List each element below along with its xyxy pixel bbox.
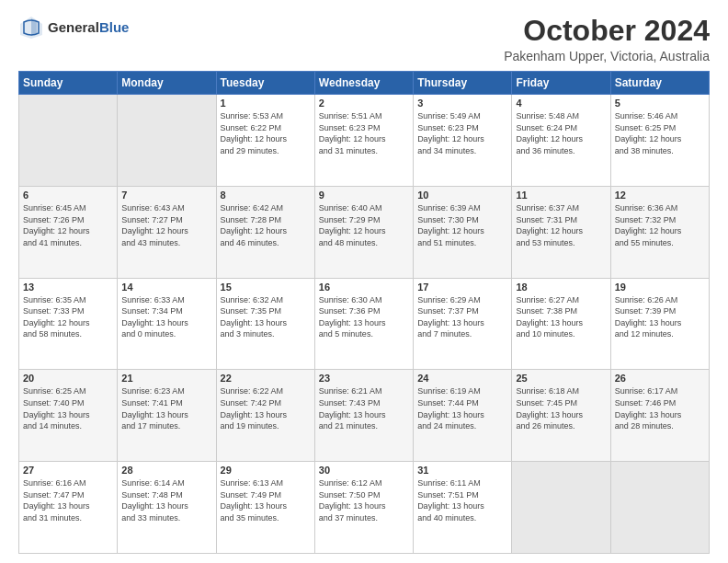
day-number: 6: [23, 190, 113, 201]
calendar-cell: 10Sunrise: 6:39 AM Sunset: 7:30 PM Dayli…: [414, 186, 512, 278]
calendar-week-3: 13Sunrise: 6:35 AM Sunset: 7:33 PM Dayli…: [19, 278, 710, 370]
day-number: 18: [516, 282, 606, 293]
day-number: 29: [221, 465, 311, 476]
day-content: Sunrise: 6:14 AM Sunset: 7:48 PM Dayligh…: [121, 477, 211, 523]
day-number: 31: [417, 465, 507, 476]
day-content: Sunrise: 6:22 AM Sunset: 7:42 PM Dayligh…: [221, 385, 311, 431]
calendar-week-5: 27Sunrise: 6:16 AM Sunset: 7:47 PM Dayli…: [19, 462, 710, 554]
calendar-cell: 30Sunrise: 6:12 AM Sunset: 7:50 PM Dayli…: [314, 462, 413, 554]
day-number: 9: [319, 190, 409, 201]
day-content: Sunrise: 6:27 AM Sunset: 7:38 PM Dayligh…: [516, 294, 606, 340]
day-number: 10: [417, 190, 507, 201]
day-number: 13: [23, 282, 113, 293]
day-number: 23: [319, 373, 409, 384]
day-content: Sunrise: 6:39 AM Sunset: 7:30 PM Dayligh…: [417, 202, 507, 248]
header: General Blue October 2024 Pakenham Upper…: [18, 15, 710, 63]
logo-icon: [18, 15, 44, 40]
calendar-header-monday: Monday: [118, 72, 216, 95]
day-number: 21: [121, 373, 211, 384]
calendar-cell: 13Sunrise: 6:35 AM Sunset: 7:33 PM Dayli…: [19, 278, 118, 370]
subtitle: Pakenham Upper, Victoria, Australia: [504, 49, 710, 63]
day-content: Sunrise: 6:30 AM Sunset: 7:36 PM Dayligh…: [319, 294, 409, 340]
calendar-cell: 14Sunrise: 6:33 AM Sunset: 7:34 PM Dayli…: [118, 278, 216, 370]
logo-blue: Blue: [99, 20, 130, 36]
calendar-cell: 18Sunrise: 6:27 AM Sunset: 7:38 PM Dayli…: [512, 278, 610, 370]
day-content: Sunrise: 6:13 AM Sunset: 7:49 PM Dayligh…: [221, 477, 311, 523]
day-number: 26: [615, 373, 705, 384]
logo-text: General Blue: [48, 20, 129, 36]
day-content: Sunrise: 6:35 AM Sunset: 7:33 PM Dayligh…: [23, 294, 113, 340]
calendar-cell: 19Sunrise: 6:26 AM Sunset: 7:39 PM Dayli…: [610, 278, 709, 370]
calendar-header-friday: Friday: [512, 72, 610, 95]
calendar-cell: 17Sunrise: 6:29 AM Sunset: 7:37 PM Dayli…: [414, 278, 512, 370]
day-content: Sunrise: 5:51 AM Sunset: 6:23 PM Dayligh…: [319, 110, 409, 156]
day-content: Sunrise: 6:25 AM Sunset: 7:40 PM Dayligh…: [23, 385, 113, 431]
calendar-cell: 26Sunrise: 6:17 AM Sunset: 7:46 PM Dayli…: [610, 370, 709, 462]
day-number: 25: [516, 373, 606, 384]
page: General Blue October 2024 Pakenham Upper…: [0, 0, 728, 563]
day-number: 19: [615, 282, 705, 293]
day-number: 27: [23, 465, 113, 476]
calendar-header-thursday: Thursday: [414, 72, 512, 95]
calendar-table: SundayMondayTuesdayWednesdayThursdayFrid…: [18, 71, 710, 554]
day-content: Sunrise: 6:12 AM Sunset: 7:50 PM Dayligh…: [319, 477, 409, 523]
day-content: Sunrise: 6:21 AM Sunset: 7:43 PM Dayligh…: [319, 385, 409, 431]
day-content: Sunrise: 5:46 AM Sunset: 6:25 PM Dayligh…: [615, 110, 705, 156]
calendar-cell: [610, 462, 709, 554]
day-number: 17: [417, 282, 507, 293]
day-number: 24: [417, 373, 507, 384]
day-content: Sunrise: 5:49 AM Sunset: 6:23 PM Dayligh…: [417, 110, 507, 156]
calendar-cell: 7Sunrise: 6:43 AM Sunset: 7:27 PM Daylig…: [118, 186, 216, 278]
logo-general: General: [48, 20, 99, 36]
calendar-cell: [118, 95, 216, 187]
calendar-cell: 22Sunrise: 6:22 AM Sunset: 7:42 PM Dayli…: [216, 370, 314, 462]
calendar-cell: 1Sunrise: 5:53 AM Sunset: 6:22 PM Daylig…: [216, 95, 314, 187]
day-content: Sunrise: 5:48 AM Sunset: 6:24 PM Dayligh…: [516, 110, 606, 156]
day-number: 2: [319, 98, 409, 109]
calendar-cell: 24Sunrise: 6:19 AM Sunset: 7:44 PM Dayli…: [414, 370, 512, 462]
logo: General Blue: [18, 15, 129, 40]
day-content: Sunrise: 6:32 AM Sunset: 7:35 PM Dayligh…: [221, 294, 311, 340]
calendar-cell: 21Sunrise: 6:23 AM Sunset: 7:41 PM Dayli…: [118, 370, 216, 462]
day-number: 7: [121, 190, 211, 201]
day-content: Sunrise: 6:42 AM Sunset: 7:28 PM Dayligh…: [221, 202, 311, 248]
calendar-cell: 15Sunrise: 6:32 AM Sunset: 7:35 PM Dayli…: [216, 278, 314, 370]
day-number: 20: [23, 373, 113, 384]
calendar-header-tuesday: Tuesday: [216, 72, 314, 95]
calendar-cell: 31Sunrise: 6:11 AM Sunset: 7:51 PM Dayli…: [414, 462, 512, 554]
day-content: Sunrise: 6:17 AM Sunset: 7:46 PM Dayligh…: [615, 385, 705, 431]
calendar-cell: [19, 95, 118, 187]
calendar-header-sunday: Sunday: [19, 72, 118, 95]
day-number: 22: [221, 373, 311, 384]
day-number: 28: [121, 465, 211, 476]
day-number: 12: [615, 190, 705, 201]
day-number: 1: [221, 98, 311, 109]
day-number: 3: [417, 98, 507, 109]
day-content: Sunrise: 6:18 AM Sunset: 7:45 PM Dayligh…: [516, 385, 606, 431]
calendar-cell: 6Sunrise: 6:45 AM Sunset: 7:26 PM Daylig…: [19, 186, 118, 278]
day-content: Sunrise: 6:19 AM Sunset: 7:44 PM Dayligh…: [417, 385, 507, 431]
day-number: 16: [319, 282, 409, 293]
day-content: Sunrise: 6:40 AM Sunset: 7:29 PM Dayligh…: [319, 202, 409, 248]
day-content: Sunrise: 6:36 AM Sunset: 7:32 PM Dayligh…: [615, 202, 705, 248]
day-content: Sunrise: 6:43 AM Sunset: 7:27 PM Dayligh…: [121, 202, 211, 248]
calendar-cell: 23Sunrise: 6:21 AM Sunset: 7:43 PM Dayli…: [314, 370, 413, 462]
calendar-cell: 29Sunrise: 6:13 AM Sunset: 7:49 PM Dayli…: [216, 462, 314, 554]
calendar-cell: 27Sunrise: 6:16 AM Sunset: 7:47 PM Dayli…: [19, 462, 118, 554]
calendar-cell: 9Sunrise: 6:40 AM Sunset: 7:29 PM Daylig…: [314, 186, 413, 278]
calendar-cell: 3Sunrise: 5:49 AM Sunset: 6:23 PM Daylig…: [414, 95, 512, 187]
calendar-week-4: 20Sunrise: 6:25 AM Sunset: 7:40 PM Dayli…: [19, 370, 710, 462]
day-number: 30: [319, 465, 409, 476]
calendar-cell: 5Sunrise: 5:46 AM Sunset: 6:25 PM Daylig…: [610, 95, 709, 187]
day-number: 11: [516, 190, 606, 201]
day-number: 15: [221, 282, 311, 293]
calendar-cell: [512, 462, 610, 554]
calendar-cell: 12Sunrise: 6:36 AM Sunset: 7:32 PM Dayli…: [610, 186, 709, 278]
day-content: Sunrise: 6:37 AM Sunset: 7:31 PM Dayligh…: [516, 202, 606, 248]
calendar-header-saturday: Saturday: [610, 72, 709, 95]
calendar-cell: 8Sunrise: 6:42 AM Sunset: 7:28 PM Daylig…: [216, 186, 314, 278]
calendar-cell: 16Sunrise: 6:30 AM Sunset: 7:36 PM Dayli…: [314, 278, 413, 370]
calendar-week-1: 1Sunrise: 5:53 AM Sunset: 6:22 PM Daylig…: [19, 95, 710, 187]
calendar-header-row: SundayMondayTuesdayWednesdayThursdayFrid…: [19, 72, 710, 95]
day-content: Sunrise: 6:45 AM Sunset: 7:26 PM Dayligh…: [23, 202, 113, 248]
